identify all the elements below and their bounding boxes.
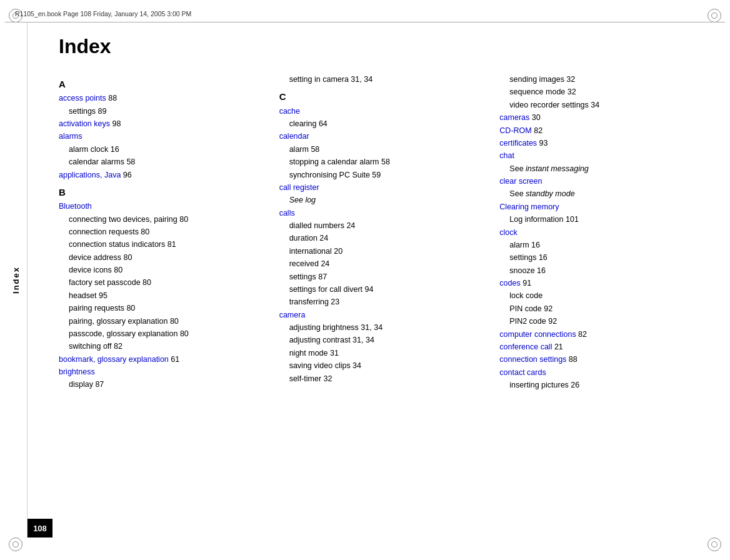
index-main-entry: access points 88 <box>59 92 267 104</box>
index-main-entry: Bluetooth <box>59 201 267 212</box>
index-sub-entry: night mode 31 <box>279 348 488 359</box>
index-main-entry: CD-ROM 82 <box>499 125 708 137</box>
index-column-col3: sending images 32sequence mode 32video r… <box>499 73 708 519</box>
index-main-entry: Clearing memory <box>499 201 708 213</box>
index-sub-entry: inserting pictures 26 <box>499 379 708 391</box>
index-sub-entry: connecting two devices, pairing 80 <box>59 214 267 226</box>
index-sub-entry: See instant messaging <box>499 163 708 175</box>
corner-mark-br <box>708 538 721 551</box>
index-sub-entry: clearing 64 <box>279 118 488 130</box>
index-sub-entry: dialled numbers 24 <box>279 220 488 232</box>
index-column-col2: setting in camera 31, 34Ccacheclearing 6… <box>279 73 488 519</box>
index-main-entry: connection settings 88 <box>499 354 708 366</box>
index-sub-entry: factory set passcode 80 <box>59 277 267 289</box>
index-main-entry: codes 91 <box>499 278 708 289</box>
header-filename: R1105_en.book Page 108 Friday, January 1… <box>15 10 191 18</box>
index-sub-entry: self-timer 32 <box>279 373 488 385</box>
index-sub-entry: snooze 16 <box>499 265 708 277</box>
index-sub-entry: lock code <box>499 290 708 302</box>
index-sub-entry: alarm 58 <box>279 144 488 156</box>
index-main-entry: call register <box>279 182 488 194</box>
index-letter: C <box>279 89 488 104</box>
index-main-entry: bookmark, glossary explanation 61 <box>59 354 267 366</box>
index-sub-entry: calendar alarms 58 <box>59 156 267 168</box>
index-letter: B <box>59 185 267 199</box>
corner-mark-bl <box>9 538 22 551</box>
index-main-entry: alarms <box>59 131 267 142</box>
index-sub-entry: settings 87 <box>279 271 488 283</box>
index-sub-entry: pairing, glossary explanation 80 <box>59 316 267 328</box>
index-sub-entry: adjusting brightness 31, 34 <box>279 322 488 334</box>
index-column-col1: Aaccess points 88settings 89activation k… <box>59 73 267 519</box>
index-sub-entry: sequence mode 32 <box>499 86 708 98</box>
index-sub-entry: PIN2 code 92 <box>499 316 708 328</box>
index-sub-entry: switching off 82 <box>59 341 267 352</box>
index-main-entry: brightness <box>59 366 267 378</box>
index-sub-entry: received 24 <box>279 258 488 270</box>
index-sub-entry: duration 24 <box>279 232 488 244</box>
index-sub-entry: adjusting contrast 31, 34 <box>279 334 488 346</box>
page-number: 108 <box>28 519 52 538</box>
index-sub-entry: device icons 80 <box>59 264 267 276</box>
index-main-entry: conference call 21 <box>499 341 708 353</box>
index-main-entry: activation keys 98 <box>59 118 267 130</box>
index-sub-entry: See log <box>279 194 488 206</box>
index-sub-entry: display 87 <box>59 379 267 391</box>
index-main-entry: clock <box>499 227 708 239</box>
index-sub-entry: transferring 23 <box>279 296 488 308</box>
index-sub-entry: alarm 16 <box>499 239 708 251</box>
index-sub-entry: connection status indicators 81 <box>59 239 267 251</box>
side-tab: Index <box>5 22 28 538</box>
columns-container: Aaccess points 88settings 89activation k… <box>59 73 708 519</box>
side-tab-label: Index <box>11 266 21 294</box>
index-sub-entry: settings 16 <box>499 252 708 264</box>
index-sub-entry: PIN code 92 <box>499 303 708 315</box>
index-main-entry: camera <box>279 309 488 321</box>
header-bar: R1105_en.book Page 108 Friday, January 1… <box>5 5 725 22</box>
index-sub-entry: sending images 32 <box>499 74 708 86</box>
index-sub-entry: pairing requests 80 <box>59 302 267 314</box>
index-letter: A <box>59 77 267 91</box>
index-main-entry: applications, Java 96 <box>59 169 267 181</box>
index-sub-entry: settings 89 <box>59 106 267 118</box>
index-sub-entry: Log information 101 <box>499 214 708 226</box>
index-main-entry: computer connections 82 <box>499 329 708 341</box>
index-sub-entry: connection requests 80 <box>59 226 267 238</box>
index-main-entry: calendar <box>279 131 488 142</box>
index-sub-entry: setting in camera 31, 34 <box>279 74 488 86</box>
index-main-entry: clear screen <box>499 176 708 188</box>
index-sub-entry: stopping a calendar alarm 58 <box>279 156 488 168</box>
index-main-entry: calls <box>279 208 488 219</box>
index-main-entry: certificates 93 <box>499 138 708 149</box>
index-main-entry: contact cards <box>499 367 708 379</box>
index-sub-entry: video recorder settings 34 <box>499 99 708 111</box>
index-sub-entry: headset 95 <box>59 290 267 302</box>
main-content: Index Aaccess points 88settings 89activa… <box>52 22 720 538</box>
index-sub-entry: device address 80 <box>59 252 267 264</box>
index-sub-entry: international 20 <box>279 246 488 258</box>
index-main-entry: cache <box>279 106 488 118</box>
index-main-entry: cameras 30 <box>499 112 708 124</box>
index-main-entry: chat <box>499 150 708 162</box>
index-sub-entry: synchronising PC Suite 59 <box>279 169 488 181</box>
index-sub-entry: passcode, glossary explanation 80 <box>59 328 267 340</box>
page-title: Index <box>59 35 708 58</box>
index-sub-entry: alarm clock 16 <box>59 144 267 156</box>
index-sub-entry: See standby mode <box>499 188 708 200</box>
index-sub-entry: settings for call divert 94 <box>279 284 488 296</box>
index-sub-entry: saving video clips 34 <box>279 360 488 372</box>
